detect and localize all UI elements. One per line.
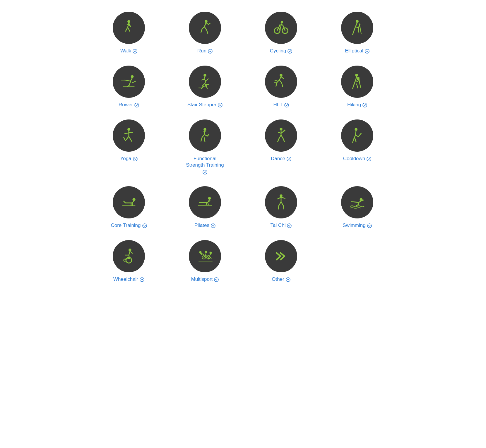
activity-hiking[interactable]: Hiking: [341, 66, 373, 108]
svg-point-16: [365, 49, 369, 53]
stair-stepper-icon-circle: [189, 66, 221, 98]
cooldown-icon-circle: [341, 119, 373, 152]
run-icon: [196, 19, 214, 37]
activity-cycling[interactable]: Cycling: [265, 12, 297, 54]
svg-point-13: [288, 49, 292, 53]
pilates-icon-circle: [189, 186, 221, 218]
hiking-icon: [348, 73, 366, 91]
svg-line-2: [125, 27, 128, 32]
functional-strength-label: Functional Strength Training: [186, 156, 224, 175]
activity-tai-chi[interactable]: Tai Chi: [265, 186, 297, 228]
cycling-icon-circle: [265, 12, 297, 44]
svg-point-31: [363, 103, 367, 107]
wheelchair-label: Wheelchair: [113, 276, 144, 282]
core-training-chevron: [142, 223, 147, 228]
activity-stair-stepper[interactable]: Stair Stepper: [187, 66, 223, 108]
activity-dance[interactable]: Dance: [265, 119, 297, 175]
activity-pilates[interactable]: Pilates: [189, 186, 221, 228]
activity-yoga[interactable]: Yoga: [113, 119, 145, 175]
svg-point-42: [284, 130, 285, 131]
swimming-icon: [348, 193, 366, 211]
svg-rect-30: [357, 77, 360, 80]
elliptical-icon: [348, 19, 366, 37]
hiking-chevron: [362, 102, 367, 107]
svg-point-20: [203, 74, 206, 77]
run-icon-circle: [189, 12, 221, 44]
svg-line-37: [124, 137, 126, 141]
swimming-chevron: [367, 223, 372, 228]
swimming-label: Swimming: [343, 223, 372, 228]
svg-point-27: [285, 103, 289, 107]
tai-chi-label: Tai Chi: [271, 223, 292, 228]
rower-icon-circle: [113, 66, 145, 98]
activity-functional-strength[interactable]: Functional Strength Training: [186, 119, 224, 175]
svg-point-19: [135, 103, 139, 107]
svg-point-66: [214, 278, 218, 282]
svg-point-55: [367, 224, 372, 228]
other-label: Other: [272, 276, 290, 282]
activity-run[interactable]: Run: [189, 12, 221, 54]
activity-multisport[interactable]: Multisport: [189, 240, 221, 282]
dance-icon-circle: [265, 119, 297, 152]
pilates-chevron: [211, 223, 215, 228]
svg-point-23: [218, 103, 222, 107]
elliptical-label: Elliptical: [345, 48, 369, 54]
tai-chi-icon-circle: [265, 186, 297, 218]
core-training-label: Core Training: [111, 223, 147, 228]
cycling-chevron: [288, 48, 292, 54]
hiit-icon-circle: [265, 66, 297, 98]
elliptical-icon-circle: [341, 12, 373, 44]
activity-swimming[interactable]: Swimming: [341, 186, 373, 228]
walk-icon-circle: [113, 12, 145, 44]
hiit-label: HIIT: [273, 102, 289, 108]
activity-wheelchair[interactable]: Wheelchair: [113, 240, 145, 282]
yoga-icon-circle: [113, 119, 145, 152]
activity-grid: Walk Run: [100, 12, 386, 282]
activity-rower[interactable]: Rower: [113, 66, 145, 108]
svg-line-35: [125, 136, 129, 141]
stair-stepper-label: Stair Stepper: [187, 102, 223, 108]
other-icon: [272, 247, 290, 265]
svg-line-15: [360, 24, 361, 33]
walk-chevron: [133, 48, 137, 54]
svg-point-61: [205, 251, 207, 253]
swimming-icon-circle: [341, 186, 373, 218]
run-chevron: [208, 48, 213, 54]
svg-point-0: [127, 20, 130, 23]
pilates-label: Pilates: [194, 223, 215, 228]
multisport-icon: [196, 247, 214, 265]
svg-point-51: [211, 224, 215, 228]
activity-elliptical[interactable]: Elliptical: [341, 12, 373, 54]
activity-walk[interactable]: Walk: [113, 12, 145, 54]
functional-strength-icon-circle: [189, 119, 221, 152]
rower-chevron: [134, 102, 139, 107]
activity-other[interactable]: Other: [265, 240, 297, 282]
rower-label: Rower: [119, 102, 139, 108]
multisport-label: Multisport: [191, 276, 219, 282]
svg-point-6: [133, 49, 137, 53]
svg-line-3: [128, 27, 130, 32]
multisport-chevron: [214, 277, 219, 282]
functional-strength-chevron: [203, 169, 207, 175]
wheelchair-icon-circle: [113, 240, 145, 272]
cooldown-label: Cooldown: [343, 156, 372, 162]
svg-point-8: [208, 49, 212, 53]
activity-hiit[interactable]: HIIT: [265, 66, 297, 108]
dance-chevron: [287, 156, 291, 161]
activity-cooldown[interactable]: Cooldown: [341, 119, 373, 175]
svg-point-52: [280, 194, 283, 197]
svg-point-53: [287, 224, 291, 228]
pilates-icon: [196, 193, 214, 211]
stair-stepper-chevron: [218, 102, 223, 107]
activity-core-training[interactable]: Core Training: [111, 186, 147, 228]
svg-line-29: [359, 79, 361, 87]
svg-point-39: [203, 128, 206, 131]
svg-point-44: [355, 128, 357, 131]
svg-point-40: [203, 170, 207, 174]
yoga-label: Yoga: [120, 156, 137, 162]
walk-icon: [120, 19, 138, 37]
tai-chi-icon: [272, 193, 290, 211]
svg-point-43: [287, 157, 291, 161]
svg-point-45: [367, 157, 371, 161]
svg-point-17: [131, 75, 134, 78]
